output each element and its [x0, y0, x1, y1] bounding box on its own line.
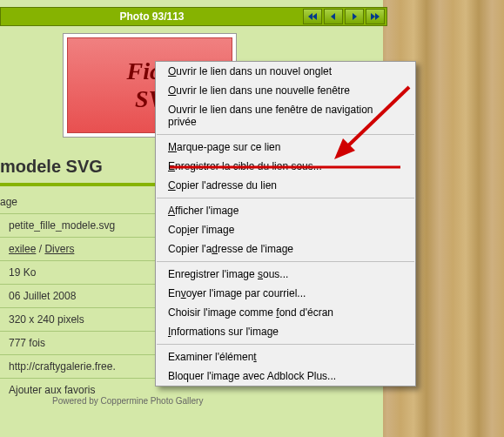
context-menu: Ouvrir le lien dans un nouvel onglet Ouv…	[155, 61, 416, 387]
page-title: modele SVG	[0, 157, 103, 177]
ctx-image-info[interactable]: Informations sur l'image	[156, 322, 415, 341]
ctx-open-window[interactable]: Ouvrir le lien dans une nouvelle fenêtre	[156, 81, 415, 100]
ctx-save-link-target[interactable]: Enregistrer la cible du lien sous...	[156, 157, 415, 176]
ctx-save-image[interactable]: Enregistrer l'image sous...	[156, 265, 415, 284]
ctx-copy-image[interactable]: Copier l'image	[156, 220, 415, 239]
info-label: age	[0, 196, 17, 208]
ctx-open-private[interactable]: Ouvrir le lien dans une fenêtre de navig…	[156, 100, 415, 131]
last-button[interactable]	[366, 9, 385, 24]
ctx-inspect-element[interactable]: Examiner l'élément	[156, 347, 415, 366]
ctx-copy-link-address[interactable]: Copier l'adresse du lien	[156, 176, 415, 195]
ctx-set-wallpaper[interactable]: Choisir l'image comme fond d'écran	[156, 303, 415, 322]
ctx-adblock[interactable]: Bloquer l'image avec Adblock Plus...	[156, 366, 415, 386]
footer-credit: Powered by Coppermine Photo Gallery	[52, 396, 203, 406]
first-button[interactable]	[303, 9, 322, 24]
prev-button[interactable]	[324, 9, 343, 24]
ctx-bookmark-link[interactable]: Marque-page sur ce lien	[156, 138, 415, 157]
ctx-show-image[interactable]: Afficher l'image	[156, 201, 415, 220]
ctx-open-tab[interactable]: Ouvrir le lien dans un nouvel onglet	[156, 62, 415, 81]
photo-counter: Photo 93/113	[1, 10, 303, 23]
album-user-link[interactable]: exilee	[9, 243, 36, 255]
ctx-separator	[157, 198, 414, 198]
photo-navbar: Photo 93/113	[0, 7, 387, 26]
next-button[interactable]	[345, 9, 364, 24]
album-cat-link[interactable]: Divers	[44, 243, 74, 255]
nav-buttons	[303, 9, 386, 24]
ctx-copy-image-address[interactable]: Copier l'adresse de l'image	[156, 239, 415, 259]
ctx-separator	[157, 344, 414, 345]
ctx-email-image[interactable]: Envoyer l'image par courriel...	[156, 284, 415, 303]
ctx-separator	[157, 134, 414, 135]
ctx-separator	[157, 261, 414, 262]
